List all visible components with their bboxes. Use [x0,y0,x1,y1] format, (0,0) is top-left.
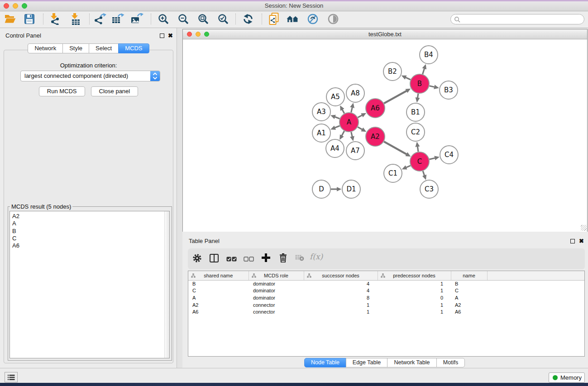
graph-edge-C-C3[interactable] [423,171,424,176]
tab-node-table[interactable]: Node Table [304,358,346,367]
tab-edge-table[interactable]: Edge Table [346,358,387,367]
graph-node-B[interactable]: B [410,74,429,93]
deselect-all-checkboxes-icon[interactable] [244,255,254,263]
graph-edge-A-A5[interactable] [342,110,344,113]
graph-edge-A-A4[interactable] [342,131,344,135]
table-close-icon[interactable]: ✖ [579,238,584,244]
col-mcds-role[interactable]: MCDS role [249,271,304,280]
zoom-fit-icon[interactable] [197,13,210,25]
close-panel-icon[interactable]: ✖ [168,33,173,38]
import-table-icon[interactable] [69,13,82,25]
run-mcds-button[interactable]: Run MCDS [39,86,85,96]
graph-node-A5[interactable]: A5 [326,88,344,106]
table-row[interactable]: A2connector11A2 [188,301,585,309]
tab-style[interactable]: Style [62,43,89,53]
graph-node-A1[interactable]: A1 [312,124,330,142]
table-row[interactable]: Bdominator41B [188,280,585,287]
graph-node-A7[interactable]: A7 [346,142,364,160]
export-image-icon[interactable] [131,13,143,25]
graph-edge-A2-C[interactable] [384,142,406,154]
search-field[interactable] [450,14,584,24]
graph-node-C[interactable]: C [410,152,429,171]
network-minimize-button[interactable] [196,32,201,37]
col-predecessor-nodes[interactable]: predecessor nodes [378,271,451,280]
open-session-icon[interactable] [4,13,17,25]
graph-edge-A-A8[interactable] [351,107,353,112]
clone-network-icon[interactable] [268,13,280,25]
mcds-result-item[interactable]: C [12,235,169,242]
graph-edge-A-A2[interactable] [358,127,362,130]
col-successor-nodes[interactable]: successor nodes [304,271,378,280]
tab-motifs[interactable]: Motifs [436,358,465,367]
table-row[interactable]: A6connector11A6 [188,308,585,315]
graph-edge-B-B2[interactable] [406,77,411,80]
mcds-result-item[interactable]: B [12,228,169,235]
graph-node-C1[interactable]: C1 [384,164,402,182]
close-panel-button[interactable]: Close panel [91,86,139,96]
mcds-result-item[interactable]: A2 [12,213,169,220]
tab-network-table[interactable]: Network Table [387,358,437,367]
table-float-icon[interactable] [570,239,575,243]
network-zoom-button[interactable] [204,32,209,37]
graph-node-D[interactable]: D [312,180,330,198]
graph-edge-A-A7[interactable] [351,132,352,137]
float-panel-icon[interactable] [160,33,164,38]
table-row[interactable]: Cdominator41C [188,287,585,295]
graph-edge-B-B4[interactable] [423,69,425,75]
mcds-result-scrollbar[interactable] [164,211,169,358]
resize-grip-icon[interactable] [581,225,587,231]
save-session-icon[interactable] [23,13,36,25]
delete-column-icon[interactable] [279,253,287,264]
tab-select[interactable]: Select [89,43,119,53]
settings-gear-icon[interactable] [192,253,202,265]
graph-node-A6[interactable]: A6 [366,99,385,118]
optimization-criterion-select[interactable]: largest connected component (directed) [20,71,160,81]
graph-edge-A-A1[interactable] [335,126,340,128]
mcds-result-item[interactable]: A [12,220,169,227]
function-builder-icon[interactable]: f(x) [310,252,323,261]
graph-node-A8[interactable]: A8 [346,84,364,102]
export-table-icon[interactable] [112,13,124,25]
import-network-icon[interactable] [48,13,61,25]
graph-node-B4[interactable]: B4 [420,46,438,64]
col-name[interactable]: name [451,271,487,280]
graph-node-C3[interactable]: C3 [420,180,438,198]
graph-node-A3[interactable]: A3 [312,103,330,121]
graph-edge-B-B1[interactable] [418,94,418,98]
graph-node-A2[interactable]: A2 [366,127,385,146]
graph-edge-A-A3[interactable] [335,117,340,119]
tab-mcds[interactable]: MCDS [118,43,149,53]
network-canvas[interactable]: B4B2BB3A5A8A6B1A3AC2A1A2A4A7C4CC1C3DD1 [183,39,587,232]
mcds-result-item[interactable]: A6 [12,242,169,249]
graph-edge-A6-B[interactable] [384,91,406,104]
zoom-out-icon[interactable] [177,13,190,25]
hide-panel-icon[interactable] [306,13,319,25]
graph-edge-C-C4[interactable] [429,158,435,159]
graph-node-D1[interactable]: D1 [342,180,360,198]
add-column-icon[interactable] [262,253,270,264]
home-icon[interactable] [287,13,299,25]
show-panel-icon[interactable] [327,13,339,25]
graph-node-C4[interactable]: C4 [440,146,458,164]
delete-table-icon[interactable] [295,255,304,263]
graph-edge-B-B3[interactable] [430,86,435,87]
graph-edge-A-A6[interactable] [358,115,362,118]
refresh-icon[interactable] [242,13,254,25]
graph-node-B1[interactable]: B1 [406,103,425,121]
graph-node-C2[interactable]: C2 [406,123,425,141]
export-network-icon[interactable] [94,13,107,25]
graph-node-A[interactable]: A [339,113,359,132]
zoom-in-icon[interactable] [157,13,170,25]
graph-node-A4[interactable]: A4 [326,139,344,157]
col-shared-name[interactable]: shared name [188,271,249,280]
memory-button[interactable]: Memory [549,372,585,383]
zoom-selected-icon[interactable] [217,13,229,25]
task-history-button[interactable] [5,372,18,382]
graph-node-B3[interactable]: B3 [440,81,458,99]
network-close-button[interactable] [187,32,192,37]
graph-edge-C-C1[interactable] [406,166,411,167]
graph-edge-C-C2[interactable] [417,147,418,152]
graph-node-B2[interactable]: B2 [383,62,402,81]
table-row[interactable]: Adominator80A [188,294,585,301]
tab-network[interactable]: Network [28,43,63,53]
